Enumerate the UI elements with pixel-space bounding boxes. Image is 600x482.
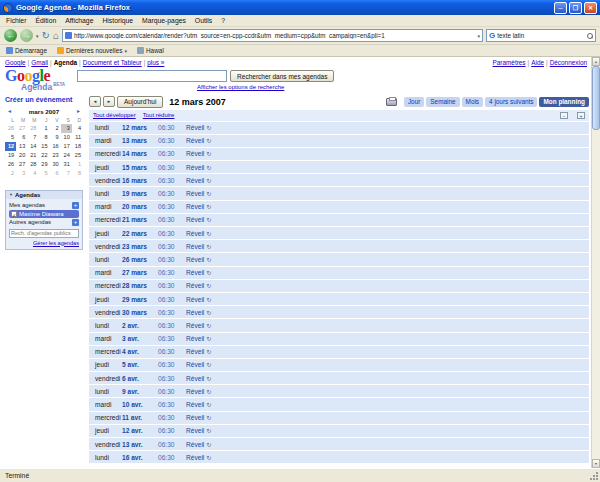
view-tab[interactable]: Mon planning xyxy=(539,97,589,107)
event-title[interactable]: Réveil xyxy=(186,454,204,461)
calendar-checkbox[interactable]: ✓ xyxy=(11,211,17,217)
event-title[interactable]: Réveil xyxy=(186,296,204,303)
bookmark-item[interactable]: Hawaï xyxy=(137,47,164,54)
event-row[interactable]: vendredi6 avr.06:30Réveil↻ xyxy=(89,372,589,385)
event-row[interactable]: jeudi22 mars06:30Réveil↻ xyxy=(89,227,589,240)
topnav-link[interactable]: Déconnexion xyxy=(550,59,587,66)
web-search-input[interactable] xyxy=(497,32,585,39)
event-date[interactable]: 28 mars xyxy=(122,282,158,289)
event-title[interactable]: Réveil xyxy=(186,335,204,342)
mini-calendar-day[interactable]: 10 xyxy=(61,133,72,142)
mini-calendar-day[interactable]: 21 xyxy=(27,151,38,160)
event-date[interactable]: 13 mars xyxy=(122,137,158,144)
menu-item[interactable]: Fichier xyxy=(6,17,26,24)
menu-item[interactable]: Historique xyxy=(102,17,133,24)
event-title[interactable]: Réveil xyxy=(186,414,204,421)
topnav-link[interactable]: Aide xyxy=(531,59,544,66)
url-input[interactable] xyxy=(74,32,476,39)
event-title[interactable]: Réveil xyxy=(186,282,204,289)
topnav-link[interactable]: plus » xyxy=(147,59,164,66)
event-date[interactable]: 22 mars xyxy=(122,230,158,237)
mini-calendar-day[interactable]: 4 xyxy=(27,169,38,178)
menu-item[interactable]: Affichage xyxy=(65,17,93,24)
event-row[interactable]: mardi13 mars06:30Réveil↻ xyxy=(89,135,589,148)
close-button[interactable]: ✕ xyxy=(584,2,597,14)
reload-icon[interactable]: ↻ xyxy=(42,31,50,41)
expand-view-icon[interactable]: + xyxy=(577,112,585,119)
mini-calendar-day[interactable]: 20 xyxy=(16,151,27,160)
mini-calendar-day[interactable]: 12 xyxy=(5,142,16,151)
event-row[interactable]: mardi27 mars06:30Réveil↻ xyxy=(89,267,589,280)
calendar-search-input[interactable] xyxy=(77,70,227,82)
mini-calendar-day[interactable]: 7 xyxy=(61,169,72,178)
event-date[interactable]: 6 avr. xyxy=(122,375,158,382)
event-date[interactable]: 16 mars xyxy=(122,177,158,184)
mini-calendar-day[interactable]: 14 xyxy=(27,142,38,151)
view-tab[interactable]: Semaine xyxy=(426,97,459,107)
collapse-view-icon[interactable]: − xyxy=(560,112,568,119)
event-date[interactable]: 21 mars xyxy=(122,216,158,223)
public-calendar-search-input[interactable] xyxy=(9,229,79,238)
mini-calendar-day[interactable]: 22 xyxy=(38,151,49,160)
forward-button[interactable]: → xyxy=(20,29,33,42)
scroll-down-icon[interactable]: ▼ xyxy=(592,459,600,468)
event-title[interactable]: Réveil xyxy=(186,150,204,157)
event-row[interactable]: vendredi16 mars06:30Réveil↻ xyxy=(89,174,589,187)
event-title[interactable]: Réveil xyxy=(186,375,204,382)
event-date[interactable]: 12 mars xyxy=(122,124,158,131)
event-date[interactable]: 27 mars xyxy=(122,269,158,276)
minimize-button[interactable]: ─ xyxy=(554,2,567,14)
event-title[interactable]: Réveil xyxy=(186,164,204,171)
mini-calendar-day[interactable]: 19 xyxy=(5,151,16,160)
topnav-link[interactable]: Document et Tableur xyxy=(83,59,142,66)
mini-calendar-day[interactable]: 26 xyxy=(5,124,16,133)
event-row[interactable]: mercredi14 mars06:30Réveil↻ xyxy=(89,148,589,161)
prev-period-button[interactable]: ◄ xyxy=(89,96,101,107)
event-date[interactable]: 14 mars xyxy=(122,150,158,157)
event-title[interactable]: Réveil xyxy=(186,348,204,355)
event-date[interactable]: 15 mars xyxy=(122,164,158,171)
menu-item[interactable]: Édition xyxy=(35,17,56,24)
event-row[interactable]: vendredi13 avr.06:30Réveil↻ xyxy=(89,438,589,451)
mini-calendar-day[interactable]: 25 xyxy=(72,151,83,160)
history-dropdown-icon[interactable]: ▾ xyxy=(36,33,39,39)
mini-calendar-day[interactable]: 27 xyxy=(16,160,27,169)
mini-calendar-day[interactable]: 4 xyxy=(72,124,83,133)
home-icon[interactable]: ⌂ xyxy=(53,31,59,41)
menu-item[interactable]: ? xyxy=(221,17,225,24)
calendar-list-item[interactable]: ✓ Maxime Diawara xyxy=(9,210,79,218)
view-tab[interactable]: 4 jours suivants xyxy=(485,97,537,107)
event-row[interactable]: mardi3 avr.06:30Réveil↻ xyxy=(89,333,589,346)
event-title[interactable]: Réveil xyxy=(186,190,204,197)
mini-calendar-day[interactable]: 7 xyxy=(27,133,38,142)
mini-calendar-day[interactable]: 1 xyxy=(72,160,83,169)
event-date[interactable]: 4 avr. xyxy=(122,348,158,355)
web-search-bar[interactable]: G xyxy=(486,29,596,42)
bookmark-item[interactable]: Démarrage xyxy=(6,47,47,54)
event-row[interactable]: lundi19 mars06:30Réveil↻ xyxy=(89,187,589,200)
view-tab[interactable]: Mois xyxy=(462,97,484,107)
mini-calendar-day[interactable]: 3 xyxy=(61,124,72,133)
event-row[interactable]: jeudi12 avr.06:30Réveil↻ xyxy=(89,425,589,438)
event-row[interactable]: jeudi5 avr.06:30Réveil↻ xyxy=(89,359,589,372)
resize-grip-icon[interactable] xyxy=(589,471,599,481)
create-event-link[interactable]: Créer un événement xyxy=(5,96,85,103)
mini-calendar-prev-icon[interactable]: ◄ xyxy=(7,108,12,114)
event-title[interactable]: Réveil xyxy=(186,309,204,316)
mini-calendar-day[interactable]: 15 xyxy=(38,142,49,151)
event-date[interactable]: 13 avr. xyxy=(122,441,158,448)
event-row[interactable]: vendredi30 mars06:30Réveil↻ xyxy=(89,306,589,319)
event-row[interactable]: lundi16 avr.06:30Réveil↻ xyxy=(89,451,589,464)
event-row[interactable]: vendredi23 mars06:30Réveil↻ xyxy=(89,240,589,253)
menu-item[interactable]: Outils xyxy=(195,17,212,24)
event-date[interactable]: 30 mars xyxy=(122,309,158,316)
mini-calendar-day[interactable]: 5 xyxy=(38,169,49,178)
mini-calendar-day[interactable]: 2 xyxy=(5,169,16,178)
scroll-up-icon[interactable]: ▲ xyxy=(592,57,600,66)
event-title[interactable]: Réveil xyxy=(186,124,204,131)
topnav-link[interactable]: Agenda xyxy=(54,59,77,66)
mini-calendar-day[interactable]: 8 xyxy=(38,133,49,142)
event-date[interactable]: 23 mars xyxy=(122,243,158,250)
event-row[interactable]: mercredi4 avr.06:30Réveil↻ xyxy=(89,346,589,359)
search-calendars-button[interactable]: Rechercher dans mes agendas xyxy=(230,70,334,82)
